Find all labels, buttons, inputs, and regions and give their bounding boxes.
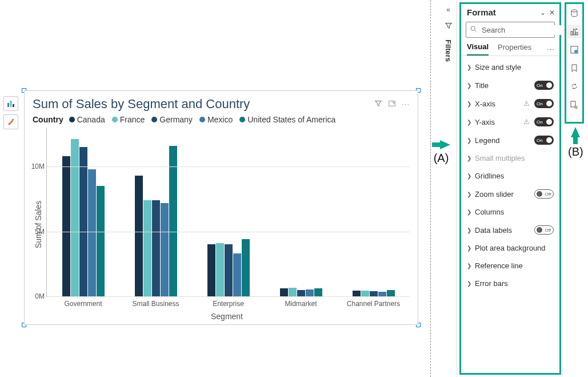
- format-row[interactable]: ❯Size and style: [461, 58, 559, 76]
- chevron-right-icon: ❯: [467, 263, 471, 269]
- format-search[interactable]: [466, 22, 555, 38]
- tabs-more-icon[interactable]: ···: [547, 45, 555, 53]
- toggle-on[interactable]: On: [534, 117, 554, 126]
- drill-pane-icon[interactable]: [567, 43, 581, 57]
- svg-rect-10: [576, 33, 578, 35]
- svg-rect-0: [7, 103, 9, 107]
- legend-item[interactable]: Mexico: [199, 115, 233, 124]
- callout-a-label: (A): [434, 152, 449, 165]
- legend-swatch: [69, 117, 75, 122]
- chevron-right-icon: ❯: [467, 101, 471, 107]
- x-tick-label: Midmarket: [285, 300, 317, 308]
- close-pane-icon[interactable]: ✕: [549, 9, 555, 17]
- format-row-label: Columns: [475, 208, 554, 216]
- chevron-right-icon: ❯: [467, 137, 471, 144]
- bar[interactable]: [314, 288, 322, 296]
- bar[interactable]: [225, 244, 233, 296]
- legend-item[interactable]: Canada: [69, 115, 105, 124]
- svg-rect-9: [574, 29, 575, 35]
- filter-icon[interactable]: [374, 100, 382, 109]
- visual-selection[interactable]: Sum of Sales by Segment and Country ··· …: [24, 90, 418, 325]
- bar[interactable]: [143, 200, 151, 296]
- format-row-label: Gridlines: [475, 172, 554, 180]
- format-row[interactable]: ❯Plot area background: [461, 239, 559, 257]
- format-row-label: Reference line: [475, 261, 554, 270]
- format-row-label: Legend: [475, 136, 531, 145]
- bar[interactable]: [88, 169, 96, 296]
- x-tick-label: Small Business: [132, 300, 179, 308]
- bar[interactable]: [242, 239, 250, 296]
- format-row-label: Error bars: [475, 279, 554, 288]
- y-tick-label: 0M: [25, 292, 45, 300]
- search-icon: [470, 25, 477, 34]
- tab-visual[interactable]: Visual: [467, 42, 489, 55]
- format-row-label: Plot area background: [475, 244, 554, 252]
- format-row[interactable]: ❯Y-axis⚠On: [461, 113, 559, 131]
- bar[interactable]: [71, 139, 79, 296]
- bar[interactable]: [353, 291, 361, 296]
- x-tick-label: Government: [64, 300, 102, 308]
- format-row[interactable]: ❯LegendOn: [461, 131, 559, 149]
- bar[interactable]: [152, 200, 160, 296]
- bar[interactable]: [161, 203, 169, 296]
- bar[interactable]: [169, 146, 177, 296]
- bar[interactable]: [233, 253, 241, 296]
- bar[interactable]: [297, 290, 305, 296]
- bar[interactable]: [306, 289, 314, 296]
- bar[interactable]: [387, 290, 395, 296]
- bar[interactable]: [361, 291, 369, 296]
- expand-filters-icon[interactable]: «: [446, 6, 450, 14]
- chevron-right-icon: ❯: [467, 280, 471, 287]
- bar[interactable]: [62, 156, 70, 296]
- format-row[interactable]: ❯Columns: [461, 203, 559, 221]
- focus-mode-icon[interactable]: [388, 100, 396, 109]
- format-row[interactable]: ❯TitleOn: [461, 76, 559, 94]
- format-row[interactable]: ❯Reference line: [461, 257, 559, 275]
- clustered-bar-visual[interactable]: Sum of Sales by Segment and Country ··· …: [24, 90, 418, 325]
- toggle-off[interactable]: Off: [534, 225, 554, 235]
- visual-header: Sum of Sales by Segment and Country ···: [33, 97, 410, 112]
- bar[interactable]: [79, 147, 87, 296]
- legend-item[interactable]: United States of America: [239, 115, 335, 124]
- filters-label: Filters: [444, 39, 453, 62]
- toggle-on[interactable]: On: [534, 99, 554, 108]
- bar[interactable]: [216, 243, 224, 296]
- bookmark-pane-icon[interactable]: [567, 61, 581, 75]
- chevron-right-icon: ❯: [467, 227, 471, 233]
- chart-type-icon[interactable]: [3, 96, 18, 111]
- tab-properties[interactable]: Properties: [498, 43, 531, 55]
- format-row[interactable]: ❯Data labelsOff: [461, 221, 559, 239]
- legend-item[interactable]: France: [112, 115, 145, 124]
- bar[interactable]: [207, 244, 215, 296]
- bar[interactable]: [289, 288, 297, 296]
- format-row[interactable]: ❯Gridlines: [461, 167, 559, 185]
- legend-label: United States of America: [247, 115, 335, 124]
- gridline: [47, 166, 410, 167]
- toggle-off[interactable]: Off: [534, 189, 554, 199]
- format-row[interactable]: ❯X-axis⚠On: [461, 94, 559, 113]
- bar[interactable]: [280, 288, 288, 296]
- toggle-on[interactable]: On: [534, 81, 554, 90]
- bar[interactable]: [135, 176, 143, 296]
- data-pane-icon[interactable]: [567, 6, 581, 20]
- legend-item[interactable]: Germany: [151, 115, 193, 124]
- gridline: [47, 296, 410, 297]
- sync-pane-icon[interactable]: [567, 80, 581, 93]
- plot-area: GovernmentSmall BusinessEnterpriseMidmar…: [46, 128, 410, 297]
- format-paint-icon[interactable]: [3, 114, 18, 129]
- format-row[interactable]: ❯Error bars: [461, 275, 559, 292]
- format-row[interactable]: ❯Zoom sliderOff: [461, 185, 559, 203]
- format-pane-icon[interactable]: [567, 25, 581, 38]
- bar[interactable]: [370, 291, 378, 296]
- svg-line-6: [475, 30, 477, 32]
- svg-rect-1: [10, 101, 12, 107]
- filters-pane-collapsed[interactable]: « Filters: [440, 0, 457, 377]
- toggle-on[interactable]: On: [534, 136, 554, 145]
- more-options-icon[interactable]: ···: [402, 100, 410, 109]
- selection-pane-icon[interactable]: [567, 98, 581, 112]
- svg-point-5: [471, 26, 475, 30]
- collapse-pane-icon[interactable]: ⌄: [540, 9, 546, 17]
- format-row-label: X-axis: [475, 100, 520, 108]
- bar[interactable]: [97, 186, 105, 296]
- bar[interactable]: [378, 292, 386, 296]
